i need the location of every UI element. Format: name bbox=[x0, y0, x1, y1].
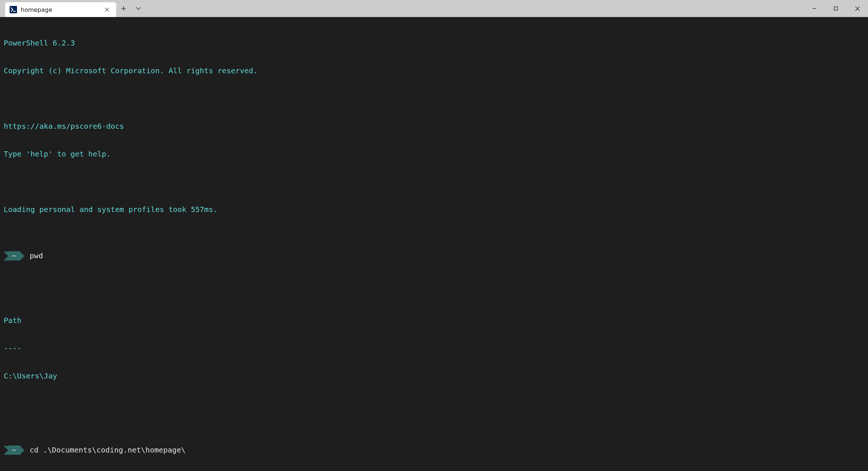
prompt-line: ~ pwd bbox=[4, 251, 864, 260]
prompt-line: ~ cd .\Documents\coding.net\homepage\ bbox=[4, 445, 864, 455]
new-tab-button[interactable] bbox=[116, 0, 131, 17]
prompt-arrow-icon bbox=[4, 252, 8, 260]
prompt-arrow-icon bbox=[20, 446, 24, 455]
pwd-rule: ---- bbox=[4, 344, 864, 353]
banner-profiles: Loading personal and system profiles too… bbox=[4, 205, 864, 214]
svg-rect-3 bbox=[834, 7, 838, 10]
terminal-viewport[interactable]: PowerShell 6.2.3 Copyright (c) Microsoft… bbox=[0, 17, 868, 471]
tab-strip: homepage bbox=[0, 0, 116, 17]
titlebar-drag-region[interactable] bbox=[146, 0, 804, 17]
command-text: pwd bbox=[30, 251, 43, 260]
titlebar: homepage bbox=[0, 0, 868, 17]
banner-link: https://aka.ms/pscore6-docs bbox=[4, 122, 864, 131]
prompt-path-segment: ~ bbox=[8, 251, 20, 260]
window-minimize-button[interactable] bbox=[804, 0, 825, 17]
tab-dropdown-button[interactable] bbox=[131, 0, 146, 17]
prompt-arrow-icon bbox=[4, 446, 8, 455]
banner-help: Type 'help' to get help. bbox=[4, 149, 864, 159]
tab-close-button[interactable] bbox=[103, 6, 111, 14]
window-controls bbox=[804, 0, 868, 17]
banner-line: Copyright (c) Microsoft Corporation. All… bbox=[4, 66, 864, 75]
tab-title: homepage bbox=[21, 5, 99, 14]
window-maximize-button[interactable] bbox=[825, 0, 847, 17]
prompt-path-segment: ~ bbox=[8, 445, 20, 455]
command-text: cd .\Documents\coding.net\homepage\ bbox=[30, 445, 185, 455]
pwd-value: C:\Users\Jay bbox=[4, 371, 864, 381]
tab-homepage[interactable]: homepage bbox=[5, 2, 116, 17]
window-close-button[interactable] bbox=[847, 0, 868, 17]
pwd-header: Path bbox=[4, 316, 864, 325]
prompt-arrow-icon bbox=[20, 252, 24, 260]
powershell-icon bbox=[10, 6, 17, 13]
banner-line: PowerShell 6.2.3 bbox=[4, 38, 864, 48]
